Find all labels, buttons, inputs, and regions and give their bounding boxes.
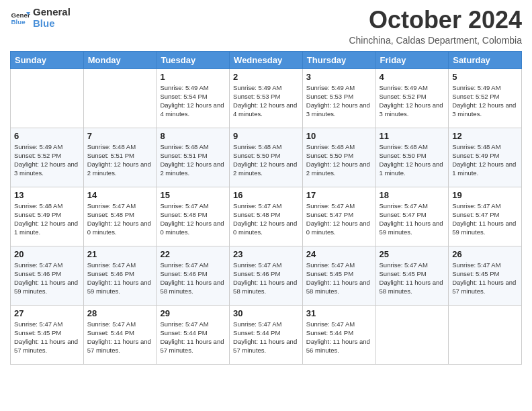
calendar-week-2: 6Sunrise: 5:49 AMSunset: 5:52 PMDaylight… <box>11 128 522 187</box>
day-number: 10 <box>306 131 372 141</box>
header: General Blue General Blue October 2024 C… <box>10 7 522 46</box>
day-number: 26 <box>452 249 518 259</box>
calendar-week-4: 20Sunrise: 5:47 AMSunset: 5:46 PMDayligh… <box>11 246 522 305</box>
day-number: 8 <box>160 131 226 141</box>
calendar-cell: 12Sunrise: 5:48 AMSunset: 5:49 PMDayligh… <box>449 128 522 187</box>
day-number: 25 <box>380 249 445 259</box>
day-info: Sunrise: 5:48 AMSunset: 5:51 PMDaylight:… <box>87 142 153 178</box>
day-info: Sunrise: 5:47 AMSunset: 5:44 PMDaylight:… <box>233 320 299 355</box>
day-number: 28 <box>87 308 153 318</box>
day-number: 5 <box>452 72 518 82</box>
calendar-cell: 27Sunrise: 5:47 AMSunset: 5:45 PMDayligh… <box>11 305 84 364</box>
day-number: 19 <box>452 190 518 200</box>
calendar-week-5: 27Sunrise: 5:47 AMSunset: 5:45 PMDayligh… <box>11 305 522 364</box>
day-number: 23 <box>233 249 299 259</box>
day-number: 17 <box>306 190 372 200</box>
day-info: Sunrise: 5:47 AMSunset: 5:44 PMDaylight:… <box>87 320 153 355</box>
day-info: Sunrise: 5:49 AMSunset: 5:53 PMDaylight:… <box>306 83 372 119</box>
day-info: Sunrise: 5:47 AMSunset: 5:45 PMDaylight:… <box>14 320 80 355</box>
day-number: 30 <box>233 308 299 318</box>
day-number: 18 <box>380 190 445 200</box>
title-block: October 2024 Chinchina, Caldas Departmen… <box>349 7 522 46</box>
day-number: 20 <box>14 249 80 259</box>
day-info: Sunrise: 5:47 AMSunset: 5:45 PMDaylight:… <box>380 261 445 296</box>
logo-line2: Blue <box>33 18 71 30</box>
calendar-cell: 29Sunrise: 5:47 AMSunset: 5:44 PMDayligh… <box>157 305 230 364</box>
day-number: 29 <box>160 308 226 318</box>
day-info: Sunrise: 5:47 AMSunset: 5:44 PMDaylight:… <box>306 320 372 355</box>
day-number: 3 <box>306 72 372 82</box>
calendar-cell: 11Sunrise: 5:48 AMSunset: 5:50 PMDayligh… <box>375 128 449 187</box>
calendar-cell: 7Sunrise: 5:48 AMSunset: 5:51 PMDaylight… <box>83 128 157 187</box>
col-header-thursday: Thursday <box>302 51 375 68</box>
day-info: Sunrise: 5:47 AMSunset: 5:45 PMDaylight:… <box>452 261 518 296</box>
calendar-cell: 19Sunrise: 5:47 AMSunset: 5:47 PMDayligh… <box>449 187 522 246</box>
calendar-cell: 31Sunrise: 5:47 AMSunset: 5:44 PMDayligh… <box>302 305 375 364</box>
calendar-cell: 14Sunrise: 5:47 AMSunset: 5:48 PMDayligh… <box>83 187 157 246</box>
month-title: October 2024 <box>349 7 522 34</box>
calendar-cell: 30Sunrise: 5:47 AMSunset: 5:44 PMDayligh… <box>230 305 303 364</box>
day-info: Sunrise: 5:47 AMSunset: 5:47 PMDaylight:… <box>452 201 518 237</box>
calendar-cell: 18Sunrise: 5:47 AMSunset: 5:47 PMDayligh… <box>375 187 449 246</box>
logo-line1: General <box>33 7 71 18</box>
calendar-cell: 9Sunrise: 5:48 AMSunset: 5:50 PMDaylight… <box>230 128 303 187</box>
calendar-cell: 25Sunrise: 5:47 AMSunset: 5:45 PMDayligh… <box>375 246 449 305</box>
svg-text:Blue: Blue <box>11 18 26 26</box>
calendar-cell: 21Sunrise: 5:47 AMSunset: 5:46 PMDayligh… <box>83 246 157 305</box>
calendar-cell: 23Sunrise: 5:47 AMSunset: 5:46 PMDayligh… <box>230 246 303 305</box>
day-info: Sunrise: 5:47 AMSunset: 5:48 PMDaylight:… <box>233 201 299 237</box>
calendar-cell: 17Sunrise: 5:47 AMSunset: 5:47 PMDayligh… <box>302 187 375 246</box>
day-info: Sunrise: 5:49 AMSunset: 5:53 PMDaylight:… <box>233 83 299 119</box>
calendar-week-3: 13Sunrise: 5:48 AMSunset: 5:49 PMDayligh… <box>11 187 522 246</box>
day-info: Sunrise: 5:49 AMSunset: 5:54 PMDaylight:… <box>160 83 226 119</box>
day-info: Sunrise: 5:49 AMSunset: 5:52 PMDaylight:… <box>452 83 518 119</box>
day-number: 15 <box>160 190 226 200</box>
col-header-wednesday: Wednesday <box>230 51 303 68</box>
calendar-cell: 6Sunrise: 5:49 AMSunset: 5:52 PMDaylight… <box>11 128 84 187</box>
calendar-cell: 8Sunrise: 5:48 AMSunset: 5:51 PMDaylight… <box>157 128 230 187</box>
calendar-cell: 22Sunrise: 5:47 AMSunset: 5:46 PMDayligh… <box>157 246 230 305</box>
day-number: 1 <box>160 72 226 82</box>
col-header-saturday: Saturday <box>449 51 522 68</box>
calendar-cell <box>449 305 522 364</box>
calendar-cell: 10Sunrise: 5:48 AMSunset: 5:50 PMDayligh… <box>302 128 375 187</box>
day-number: 12 <box>452 131 518 141</box>
day-info: Sunrise: 5:47 AMSunset: 5:47 PMDaylight:… <box>306 201 372 237</box>
page: General Blue General Blue October 2024 C… <box>0 0 532 411</box>
day-info: Sunrise: 5:48 AMSunset: 5:50 PMDaylight:… <box>380 142 445 178</box>
day-info: Sunrise: 5:48 AMSunset: 5:50 PMDaylight:… <box>306 142 372 178</box>
calendar-week-1: 1Sunrise: 5:49 AMSunset: 5:54 PMDaylight… <box>11 68 522 128</box>
logo-icon: General Blue <box>10 8 30 28</box>
day-number: 4 <box>380 72 445 82</box>
day-number: 31 <box>306 308 372 318</box>
day-info: Sunrise: 5:47 AMSunset: 5:44 PMDaylight:… <box>160 320 226 355</box>
calendar-cell: 15Sunrise: 5:47 AMSunset: 5:48 PMDayligh… <box>157 187 230 246</box>
day-number: 6 <box>14 131 80 141</box>
day-info: Sunrise: 5:47 AMSunset: 5:48 PMDaylight:… <box>87 201 153 237</box>
calendar-cell <box>83 68 157 128</box>
day-number: 16 <box>233 190 299 200</box>
calendar-cell: 20Sunrise: 5:47 AMSunset: 5:46 PMDayligh… <box>11 246 84 305</box>
day-info: Sunrise: 5:48 AMSunset: 5:50 PMDaylight:… <box>233 142 299 178</box>
calendar-cell: 16Sunrise: 5:47 AMSunset: 5:48 PMDayligh… <box>230 187 303 246</box>
day-info: Sunrise: 5:47 AMSunset: 5:46 PMDaylight:… <box>14 261 80 296</box>
calendar-header-row: SundayMondayTuesdayWednesdayThursdayFrid… <box>11 51 522 68</box>
calendar-cell: 26Sunrise: 5:47 AMSunset: 5:45 PMDayligh… <box>449 246 522 305</box>
logo: General Blue General Blue <box>10 7 71 29</box>
day-info: Sunrise: 5:48 AMSunset: 5:49 PMDaylight:… <box>452 142 518 178</box>
day-info: Sunrise: 5:47 AMSunset: 5:46 PMDaylight:… <box>233 261 299 296</box>
day-number: 2 <box>233 72 299 82</box>
day-info: Sunrise: 5:47 AMSunset: 5:48 PMDaylight:… <box>160 201 226 237</box>
calendar-cell: 4Sunrise: 5:49 AMSunset: 5:52 PMDaylight… <box>375 68 449 128</box>
col-header-friday: Friday <box>375 51 449 68</box>
calendar-cell: 3Sunrise: 5:49 AMSunset: 5:53 PMDaylight… <box>302 68 375 128</box>
calendar-cell <box>375 305 449 364</box>
day-number: 13 <box>14 190 80 200</box>
calendar-cell: 5Sunrise: 5:49 AMSunset: 5:52 PMDaylight… <box>449 68 522 128</box>
calendar-cell: 13Sunrise: 5:48 AMSunset: 5:49 PMDayligh… <box>11 187 84 246</box>
calendar-cell <box>11 68 84 128</box>
calendar-cell: 2Sunrise: 5:49 AMSunset: 5:53 PMDaylight… <box>230 68 303 128</box>
col-header-monday: Monday <box>83 51 157 68</box>
day-info: Sunrise: 5:48 AMSunset: 5:51 PMDaylight:… <box>160 142 226 178</box>
day-info: Sunrise: 5:47 AMSunset: 5:46 PMDaylight:… <box>160 261 226 296</box>
